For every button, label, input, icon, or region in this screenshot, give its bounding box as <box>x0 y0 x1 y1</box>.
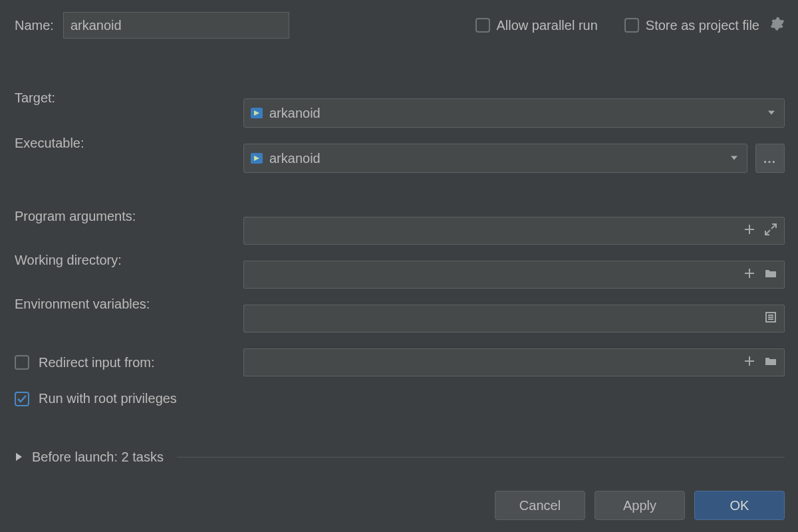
redirect-input-label-group: Redirect input from: <box>15 355 234 370</box>
before-launch-section[interactable]: Before launch: 2 tasks <box>15 450 785 465</box>
chevron-down-icon <box>767 106 776 121</box>
executable-value: arkanoid <box>269 151 740 166</box>
redirect-input-checkbox[interactable] <box>15 355 29 370</box>
list-icon[interactable] <box>764 311 777 327</box>
name-label: Name: <box>15 18 54 33</box>
redirect-input-label: Redirect input from: <box>39 355 155 370</box>
target-label: Target: <box>15 90 234 136</box>
gear-icon[interactable] <box>770 17 785 35</box>
target-combo[interactable]: arkanoid <box>243 98 785 128</box>
target-value: arkanoid <box>269 106 777 121</box>
program-args-label: Program arguments: <box>15 209 234 253</box>
program-args-input[interactable] <box>243 217 785 245</box>
triangle-right-icon <box>15 450 23 465</box>
before-launch-label: Before launch: 2 tasks <box>32 450 164 465</box>
executable-browse-button[interactable]: … <box>755 144 785 173</box>
ellipsis-icon: … <box>763 151 777 166</box>
redirect-input-cell <box>243 340 785 384</box>
apply-button[interactable]: Apply <box>595 491 685 520</box>
name-input[interactable] <box>63 12 289 39</box>
ok-button[interactable]: OK <box>694 491 785 520</box>
working-dir-cell <box>243 253 785 297</box>
root-priv-row: Run with root privileges <box>15 391 785 406</box>
program-args-cell <box>243 209 785 253</box>
working-dir-input[interactable] <box>243 261 785 289</box>
run-icon <box>251 108 263 118</box>
allow-parallel-checkbox[interactable] <box>475 18 490 33</box>
redirect-input-input[interactable] <box>243 348 785 376</box>
insert-macro-icon[interactable] <box>743 267 756 283</box>
store-project-label: Store as project file <box>646 18 759 33</box>
folder-icon[interactable] <box>764 267 777 283</box>
executable-cell: arkanoid … <box>243 136 785 181</box>
allow-parallel-group: Allow parallel run <box>475 18 598 33</box>
store-project-checkbox[interactable] <box>624 18 639 33</box>
form-grid: Target: arkanoid Executable: arkanoid <box>15 90 785 406</box>
allow-parallel-label: Allow parallel run <box>497 18 598 33</box>
working-dir-label: Working directory: <box>15 253 234 297</box>
cancel-button[interactable]: Cancel <box>495 491 585 520</box>
chevron-down-icon <box>730 151 739 166</box>
expand-icon[interactable] <box>764 223 777 239</box>
top-row: Name: Allow parallel run Store as projec… <box>15 12 785 39</box>
run-config-panel: Name: Allow parallel run Store as projec… <box>0 0 798 532</box>
env-vars-cell <box>243 297 785 340</box>
target-cell: arkanoid <box>243 90 785 136</box>
footer-buttons: Cancel Apply OK <box>495 491 785 520</box>
insert-macro-icon[interactable] <box>743 223 756 239</box>
executable-label: Executable: <box>15 136 234 181</box>
insert-macro-icon[interactable] <box>743 354 756 371</box>
folder-icon[interactable] <box>764 354 777 371</box>
run-icon <box>251 153 263 164</box>
root-priv-label: Run with root privileges <box>39 391 177 406</box>
env-vars-input[interactable] <box>243 305 785 332</box>
env-vars-label: Environment variables: <box>15 297 234 340</box>
root-priv-checkbox[interactable] <box>15 392 29 406</box>
svg-line-3 <box>765 230 770 235</box>
divider <box>177 457 785 458</box>
executable-combo[interactable]: arkanoid <box>243 144 747 173</box>
svg-line-2 <box>771 224 776 229</box>
store-project-group: Store as project file <box>624 17 785 35</box>
